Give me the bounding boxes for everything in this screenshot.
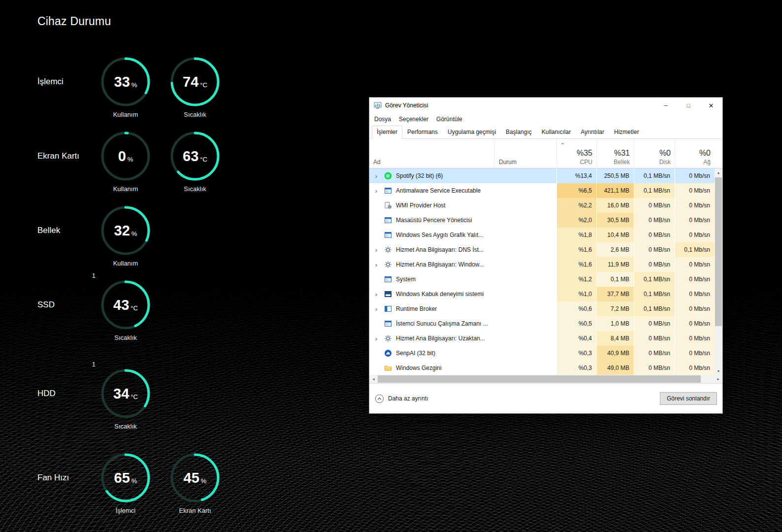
- tab-3[interactable]: Başlangıç: [501, 126, 537, 139]
- titlebar: Görev Yöneticisi ─ □ ✕: [369, 98, 722, 113]
- scroll-up-button[interactable]: ▲: [715, 168, 722, 176]
- expand-chevron-icon[interactable]: ›: [372, 335, 380, 342]
- gauge-footnote: 1: [92, 361, 96, 368]
- process-name: SenpAI (32 bit): [396, 350, 435, 357]
- process-row[interactable]: › Runtime Broker %0,6 7,2 MB 0,1 MB/sn 0…: [369, 301, 722, 316]
- scrollbar-track[interactable]: [378, 375, 714, 383]
- column-header-memory[interactable]: %31 Bellek: [596, 139, 634, 168]
- task-manager-window: Görev Yöneticisi ─ □ ✕ DosyaSeçeneklerGö…: [369, 97, 723, 414]
- column-header-status[interactable]: Durum: [494, 139, 556, 168]
- process-row[interactable]: › Hizmet Ana Bilgisayarı: DNS İst... %1,…: [369, 242, 722, 257]
- process-cpu-cell: %6,5: [556, 183, 596, 198]
- process-memory-cell: 16,0 MB: [596, 198, 634, 213]
- process-row[interactable]: › Hizmet Ana Bilgisayarı: Uzaktan... %0,…: [369, 331, 722, 346]
- scroll-down-button[interactable]: ▼: [715, 367, 722, 375]
- process-cpu-cell: %1,2: [556, 272, 596, 287]
- process-row[interactable]: › Windows Kabuk deneyimi sistemi %1,0 37…: [369, 287, 722, 301]
- gauge-reading: 43 °C: [100, 279, 151, 331]
- column-header-cpu[interactable]: ⌄ %35 CPU: [556, 139, 596, 168]
- process-name: Hizmet Ana Bilgisayarı: Window...: [396, 261, 484, 268]
- scrollbar-track[interactable]: [715, 176, 722, 367]
- process-name: Windows Kabuk deneyimi sistemi: [396, 291, 484, 298]
- column-header-name[interactable]: Ad: [369, 139, 494, 168]
- process-name: WMI Provider Host: [396, 202, 446, 209]
- expand-chevron-icon[interactable]: ›: [372, 305, 380, 313]
- gear-icon: [384, 334, 392, 342]
- process-disk-cell: 0,1 MB/sn: [634, 272, 675, 287]
- window-icon: [384, 320, 392, 328]
- process-row[interactable]: › Hizmet Ana Bilgisayarı: Window... %1,6…: [369, 257, 722, 272]
- scrollbar-thumb[interactable]: [378, 375, 701, 383]
- process-row[interactable]: Masaüstü Pencere Yöneticisi %2,0 30,5 MB…: [369, 213, 722, 228]
- process-status-cell: [494, 228, 556, 242]
- process-name-cell: › Windows Kabuk deneyimi sistemi: [369, 287, 494, 301]
- tab-0[interactable]: İşlemler: [372, 126, 402, 139]
- tab-5[interactable]: Ayrıntılar: [576, 126, 609, 139]
- process-name-cell: › Spotify (32 bit) (6): [369, 168, 494, 183]
- device-row-label: Fan Hızı: [37, 452, 100, 503]
- gauge-value: 0: [118, 148, 126, 165]
- process-row[interactable]: Windows Ses Aygıtı Grafik Yalıt... %1,8 …: [369, 228, 722, 242]
- gauge-caption: Sıcaklık: [100, 423, 151, 430]
- horizontal-scrollbar[interactable]: ◄ ►: [369, 375, 722, 383]
- gauge-caption: Kullanım: [100, 185, 151, 193]
- tab-2[interactable]: Uygulama geçmişi: [443, 126, 501, 139]
- menu-item-2[interactable]: Görüntüle: [432, 116, 466, 123]
- tab-6[interactable]: Hizmetler: [609, 126, 644, 139]
- process-row[interactable]: › Spotify (32 bit) (6) %13,4 250,5 MB 0,…: [369, 168, 722, 183]
- process-cpu-cell: %1,6: [556, 257, 596, 272]
- gauge-unit: °C: [130, 304, 138, 312]
- gauge: 63 °C Sıcaklık: [169, 131, 221, 193]
- gauge-caption: Sıcaklık: [100, 334, 151, 341]
- expand-chevron-icon[interactable]: ›: [372, 187, 380, 195]
- process-name-cell: SenpAI (32 bit): [369, 346, 494, 361]
- process-row[interactable]: SenpAI (32 bit) %0,3 40,9 MB 0 MB/sn 0 M…: [369, 346, 722, 361]
- scrollbar-thumb[interactable]: [715, 177, 722, 326]
- process-row[interactable]: Windows Gezgini %0,3 49,0 MB 0 MB/sn 0 M…: [369, 361, 722, 375]
- gauge-value: 32: [114, 223, 130, 239]
- menu-item-1[interactable]: Seçenekler: [395, 116, 432, 123]
- process-row[interactable]: System %1,2 0,1 MB 0,1 MB/sn 0 Mb/sn: [369, 272, 722, 287]
- column-header-disk[interactable]: %0 Disk: [634, 139, 675, 168]
- tab-4[interactable]: Kullanıcılar: [537, 126, 576, 139]
- process-cpu-cell: %1,6: [556, 242, 596, 257]
- process-table: Ad Durum ⌄ %35 CPU %31 Bellek %0 Disk %0…: [369, 139, 722, 375]
- process-network-cell: 0 Mb/sn: [675, 301, 715, 316]
- process-memory-cell: 10,4 MB: [596, 228, 634, 242]
- device-status-panel: Cihaz Durumu İşlemci 33 % Kullanım 74 °C…: [37, 15, 221, 514]
- scroll-left-button[interactable]: ◄: [369, 375, 378, 383]
- expand-chevron-icon[interactable]: ›: [372, 261, 380, 268]
- process-name-cell: Windows Gezgini: [369, 361, 494, 375]
- process-row[interactable]: İstemci Sunucu Çalışma Zamanı ... %0,5 1…: [369, 316, 722, 331]
- process-disk-cell: 0 MB/sn: [634, 213, 675, 228]
- device-row: Bellek 32 % Kullanım: [37, 205, 221, 267]
- gauge-reading: 74 °C: [169, 56, 221, 107]
- gauge: 45 % Ekran Kartı: [169, 452, 221, 514]
- scroll-right-button[interactable]: ►: [714, 375, 722, 383]
- less-detail-toggle[interactable]: Daha az ayrıntı: [375, 394, 428, 403]
- gauge-caption: Ekran Kartı: [169, 507, 221, 514]
- gauge-group: 32 % Kullanım: [100, 205, 151, 267]
- expand-chevron-icon[interactable]: ›: [372, 291, 380, 298]
- process-row[interactable]: WMI Provider Host %2,2 16,0 MB 0 MB/sn 0…: [369, 198, 722, 213]
- expand-chevron-icon[interactable]: ›: [372, 172, 380, 180]
- menu-item-0[interactable]: Dosya: [370, 116, 395, 123]
- gauge: 32 % Kullanım: [100, 205, 151, 267]
- process-status-cell: [494, 168, 556, 183]
- process-cpu-cell: %0,6: [556, 301, 596, 316]
- gear-icon: [384, 246, 392, 254]
- tab-bar: İşlemlerPerformansUygulama geçmişiBaşlan…: [369, 125, 722, 139]
- process-memory-cell: 49,0 MB: [596, 361, 634, 375]
- close-button[interactable]: ✕: [700, 98, 722, 113]
- process-name: Runtime Broker: [396, 305, 437, 312]
- vertical-scrollbar[interactable]: ▲ ▼: [715, 168, 722, 375]
- maximize-button[interactable]: □: [677, 98, 700, 113]
- minimize-button[interactable]: ─: [654, 98, 677, 113]
- gauge-reading: 32 %: [100, 205, 151, 256]
- tab-1[interactable]: Performans: [402, 126, 443, 139]
- column-header-network[interactable]: %0 Ağ: [675, 139, 715, 168]
- gauge-unit: %: [131, 477, 137, 485]
- process-row[interactable]: › Antimalware Service Executable %6,5 42…: [369, 183, 722, 198]
- end-task-button[interactable]: Görevi sonlandır: [660, 392, 717, 405]
- expand-chevron-icon[interactable]: ›: [372, 246, 380, 254]
